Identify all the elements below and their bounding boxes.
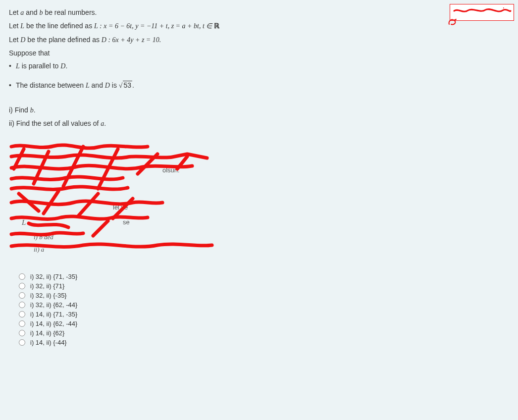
option-text: i) 14, ii) {-44} xyxy=(30,339,67,346)
option-3[interactable]: i) 32, ii) {-35} xyxy=(19,292,509,299)
radio-icon[interactable] xyxy=(19,330,25,336)
option-4[interactable]: i) 32, ii) {62, -44} xyxy=(19,301,509,309)
question-line-2: Let L be the line defined as L : x = 6 −… xyxy=(9,20,509,32)
option-5[interactable]: i) 14, ii) {71, -35} xyxy=(19,311,509,318)
loop-icon xyxy=(447,17,458,26)
radio-icon[interactable] xyxy=(19,283,25,289)
question-line-1: Let a and b be real numbers. xyxy=(9,7,509,18)
option-7[interactable]: i) 14, ii) {62} xyxy=(19,329,509,337)
suppose-label: Suppose that xyxy=(9,48,509,58)
part-i: i) Find b. xyxy=(9,105,509,116)
part-ii: ii) Find the set of all values of a. xyxy=(9,118,509,129)
redaction-scribble-area: olsun: lel ve se L i) b ded ii) a xyxy=(9,139,232,253)
option-text: i) 32, ii) {71, -35} xyxy=(30,273,77,280)
option-2[interactable]: i) 32, ii) {71} xyxy=(19,282,509,290)
option-text: i) 14, ii) {62} xyxy=(30,329,64,337)
option-text: i) 14, ii) {71, -35} xyxy=(30,311,77,318)
option-text: i) 32, ii) {71} xyxy=(30,282,64,290)
option-text: i) 32, ii) {62, -44} xyxy=(30,301,77,309)
top-right-annotation-box: · xyxy=(450,4,514,21)
radio-icon[interactable] xyxy=(19,302,25,308)
top-right-scribble xyxy=(453,6,512,15)
radio-icon[interactable] xyxy=(19,311,25,317)
bullet-list: L is parallel to D. The distance between… xyxy=(9,62,509,90)
option-6[interactable]: i) 14, ii) {62, -44} xyxy=(19,320,509,327)
option-1[interactable]: i) 32, ii) {71, -35} xyxy=(19,273,509,280)
option-text: i) 32, ii) {-35} xyxy=(30,292,67,299)
option-8[interactable]: i) 14, ii) {-44} xyxy=(19,339,509,346)
radio-icon[interactable] xyxy=(19,273,25,280)
radio-icon[interactable] xyxy=(19,292,25,299)
answer-options: i) 32, ii) {71, -35} i) 32, ii) {71} i) … xyxy=(19,273,509,346)
question-line-3: Let D be the plane defined as D : 6x + 4… xyxy=(9,34,509,46)
option-text: i) 14, ii) {62, -44} xyxy=(30,320,77,327)
radio-icon[interactable] xyxy=(19,320,25,327)
bullet-2: The distance between L and D is 53. xyxy=(9,81,509,90)
bullet-1: L is parallel to D. xyxy=(9,62,509,70)
red-scribble-svg xyxy=(9,139,232,253)
radio-icon[interactable] xyxy=(19,339,25,346)
